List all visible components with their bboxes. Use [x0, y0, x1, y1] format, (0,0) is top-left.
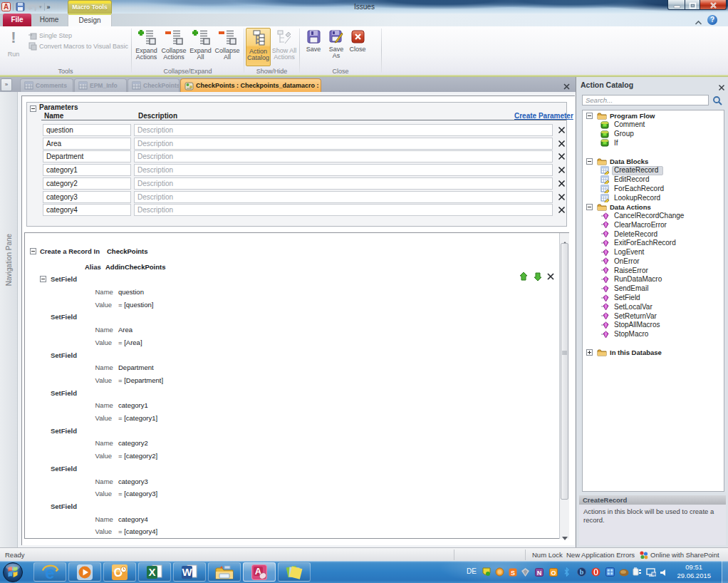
svg-text:A: A: [4, 3, 9, 11]
svg-text:O: O: [551, 569, 556, 577]
svg-text:S: S: [511, 569, 515, 577]
svg-text:X: X: [148, 566, 155, 578]
svg-text:b: b: [580, 568, 584, 576]
svg-text:W: W: [182, 566, 192, 578]
svg-text:N: N: [537, 569, 542, 577]
